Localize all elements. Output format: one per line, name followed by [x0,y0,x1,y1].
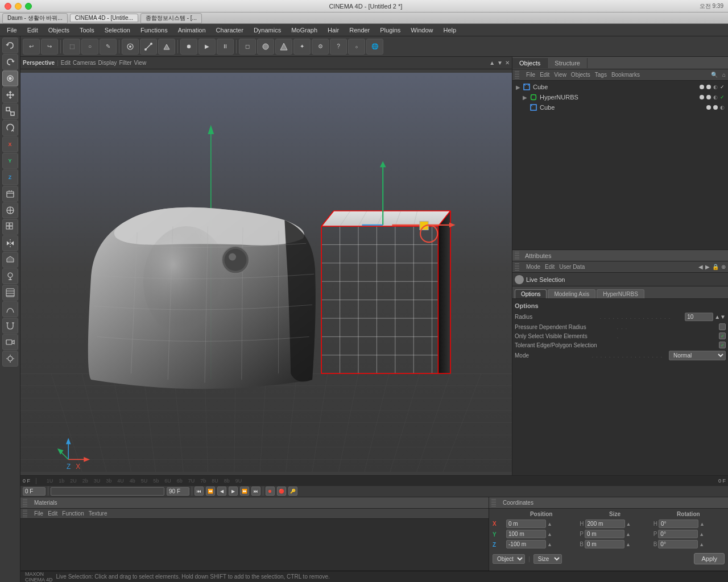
obj-menu-view[interactable]: View [554,72,566,78]
coord-size-dropdown[interactable]: Size Scale [533,554,562,564]
play-prev[interactable]: ⏪ [206,487,215,496]
toolbar-cube[interactable]: ◻ [239,39,256,55]
mat-menu-edit[interactable]: Edit [48,510,57,517]
menu-file[interactable]: File [2,26,22,35]
obj-menu-objects[interactable]: Objects [571,72,590,78]
tool-spline[interactable] [2,301,18,317]
coord-size-x[interactable] [585,519,625,528]
record-btn[interactable]: ⏺ [266,487,275,496]
menu-dynamics[interactable]: Dynamics [249,26,286,35]
viewport-canvas[interactable]: Z X [20,69,512,475]
attr-checkbox-tolerant[interactable]: ✓ [719,342,726,348]
attr-menu-userdata[interactable]: User Data [559,264,585,270]
tool-polygon[interactable] [2,252,18,268]
obj-menu-file[interactable]: File [526,72,535,78]
end-frame-input[interactable] [167,487,189,496]
traffic-lights[interactable] [5,3,32,10]
attr-dropdown-mode[interactable]: Normal Additive Subtractive [669,351,726,360]
coord-rot-y[interactable] [658,530,698,538]
auto-key[interactable]: 🔴 [277,487,286,496]
coord-size-z-stepper[interactable]: ▲ [626,542,631,547]
tool-undo[interactable] [2,38,18,53]
tab-structure[interactable]: Structure [548,58,588,68]
coord-pos-z[interactable] [506,540,546,548]
menu-selection[interactable]: Selection [100,26,135,35]
viewport-minimize[interactable]: ▼ [497,60,503,66]
toolbar-select-free[interactable]: ✎ [100,39,117,55]
tool-texture[interactable] [2,285,18,301]
menu-tools[interactable]: Tools [75,26,99,35]
toolbar-undo[interactable]: ↩ [23,39,40,55]
coord-size-y-stepper[interactable]: ▲ [626,531,631,537]
toolbar-keyframe[interactable]: ⬦ [348,39,365,55]
menu-edit[interactable]: Edit [23,26,43,35]
menu-mograph[interactable]: MoGraph [287,26,322,35]
attr-nav-back[interactable]: ◀ [698,264,703,270]
coord-rot-x[interactable] [659,519,698,528]
attr-tab-hypernurbs[interactable]: HyperNURBS [597,289,644,298]
mat-menu-file[interactable]: File [34,510,43,517]
toolbar-play[interactable]: ▶ [198,39,216,55]
attr-stepper-radius[interactable]: ▲▼ [714,314,726,320]
viewport-maximize[interactable]: ▲ [489,60,495,66]
tool-redo[interactable] [2,54,18,70]
coord-size-x-stepper[interactable]: ▲ [626,521,631,527]
play-end[interactable]: ⏭ [251,487,260,496]
tab-info-system[interactable]: 종합정보시스템 - [... [140,13,202,23]
viewport-menu-view[interactable]: View [134,60,147,66]
toolbar-cone[interactable] [275,39,292,55]
coord-pos-y-stepper[interactable]: ▲ [547,531,552,537]
coord-pos-x[interactable] [506,519,546,528]
menu-window[interactable]: Window [406,26,437,35]
menu-plugins[interactable]: Plugins [375,26,405,35]
toolbar-viewport-settings[interactable]: 🌐 [366,39,383,55]
attr-menu-edit[interactable]: Edit [545,264,555,270]
close-button[interactable] [5,3,11,10]
coord-rot-y-stepper[interactable]: ▲ [699,531,704,537]
toolbar-light2[interactable]: ✦ [293,39,311,55]
tool-brush[interactable] [2,268,18,284]
attr-menu-mode[interactable]: Mode [526,264,540,270]
list-item-hypernurbs[interactable]: ▶ HyperNURBS ◐ ✓ [514,92,727,102]
attr-tab-modeling[interactable]: Modeling Axis [548,289,595,298]
key-btn[interactable]: 🔑 [288,487,297,496]
tab-objects[interactable]: Objects [512,58,548,68]
tool-grid[interactable] [2,219,18,235]
toolbar-record-2[interactable]: ⏸ [217,39,234,55]
menu-render[interactable]: Render [345,26,374,35]
list-item-cube-child[interactable]: Cube ◐ [514,102,727,113]
tool-move[interactable] [2,87,18,103]
tool-light[interactable] [2,351,18,367]
attr-input-radius[interactable] [685,313,713,321]
maximize-button[interactable] [25,3,32,10]
toolbar-record[interactable]: ⏺ [180,39,197,55]
coord-object-dropdown[interactable]: Object World [493,554,525,564]
toolbar-redo[interactable]: ↪ [41,39,58,55]
tool-select-live[interactable] [2,70,18,86]
menu-functions[interactable]: Functions [136,26,172,35]
tool-rotate[interactable] [2,120,18,136]
attr-tab-options[interactable]: Options [515,289,547,298]
tool-scale[interactable] [2,103,18,119]
toolbar-help[interactable]: ? [330,39,347,55]
toolbar-select-rect[interactable]: ⬚ [63,39,80,55]
tool-camera[interactable] [2,334,18,350]
coord-pos-y[interactable] [506,530,546,538]
attr-nav-fwd[interactable]: ▶ [705,264,710,270]
tool-magnet[interactable] [2,318,18,334]
coord-rot-z[interactable] [658,540,698,548]
apply-button[interactable]: Apply [694,553,725,564]
attr-checkbox-visible[interactable]: ✓ [719,332,726,339]
tab-cinema4d[interactable]: CINEMA 4D - [Untitle... [70,14,138,22]
play-forward[interactable]: ▶ [229,487,238,496]
coord-pos-z-stepper[interactable]: ▲ [547,542,552,547]
frame-slider-input[interactable] [51,487,164,496]
play-back[interactable]: ◀ [217,487,226,496]
play-next[interactable]: ⏩ [240,487,249,496]
tool-z-axis[interactable]: Z [2,169,18,185]
attr-copy[interactable]: ⊕ [721,264,726,270]
attr-checkbox-pressure[interactable] [719,323,726,330]
tool-mirror[interactable] [2,235,18,251]
coord-pos-x-stepper[interactable]: ▲ [547,521,552,527]
mat-menu-texture[interactable]: Texture [89,510,107,517]
